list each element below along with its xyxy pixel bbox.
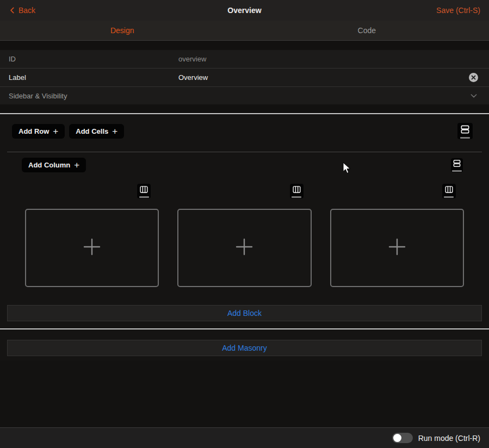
page-title: Overview <box>0 6 489 15</box>
rows-layout-icon <box>452 159 462 170</box>
row-container: Add Column + <box>7 152 482 321</box>
status-bar: Run mode (Ctrl-R) <box>0 427 489 448</box>
save-button[interactable]: Save (Ctrl-S) <box>436 6 480 15</box>
column-2 <box>177 184 311 287</box>
id-label: ID <box>9 55 178 63</box>
column-layout-button[interactable] <box>290 184 304 198</box>
tab-design[interactable]: Design <box>0 21 245 40</box>
app-window: Back Overview Save (Ctrl-S) Design Code … <box>0 0 489 448</box>
run-mode-label: Run mode (Ctrl-R) <box>418 434 480 443</box>
spacer <box>0 104 489 113</box>
form-row-id: ID overview <box>0 50 489 69</box>
column-layout-button[interactable] <box>137 184 151 198</box>
sidebar-visibility-label: Sidebar & Visibility <box>9 92 178 100</box>
plus-icon: + <box>74 160 79 170</box>
add-row-button[interactable]: Add Row + <box>12 124 65 139</box>
toggle-knob <box>393 434 401 442</box>
back-button[interactable]: Back <box>9 6 35 15</box>
column-layout-button[interactable] <box>442 184 456 198</box>
add-masonry-button[interactable]: Add Masonry <box>7 340 482 356</box>
form-row-sidebar-visibility[interactable]: Sidebar & Visibility <box>0 87 489 104</box>
tab-bar: Design Code <box>0 21 489 41</box>
empty-area <box>0 360 489 427</box>
columns-layout-icon <box>139 185 149 196</box>
row-header: Add Column + <box>7 158 482 172</box>
label-label: Label <box>9 73 178 82</box>
add-plus-icon <box>82 237 102 259</box>
label-field[interactable]: Overview <box>178 73 469 82</box>
columns-layout-icon <box>444 185 454 196</box>
back-label: Back <box>18 6 35 15</box>
tab-code[interactable]: Code <box>245 21 489 40</box>
selected-indicator <box>444 196 454 198</box>
properties-form: ID overview Label Overview Sidebar & Vis… <box>0 50 489 104</box>
add-cells-label: Add Cells <box>76 127 108 135</box>
add-row-label: Add Row <box>18 127 49 135</box>
columns-grid <box>25 184 464 287</box>
selected-indicator <box>460 137 470 139</box>
selected-indicator <box>139 196 149 198</box>
empty-cell-add-target[interactable] <box>330 209 464 287</box>
selected-indicator <box>292 196 301 198</box>
plus-icon: + <box>112 127 117 136</box>
top-bar: Back Overview Save (Ctrl-S) <box>0 0 489 21</box>
add-plus-icon <box>387 237 407 259</box>
plus-icon: + <box>53 127 58 136</box>
form-row-label: Label Overview <box>0 69 489 87</box>
layout-builder: Add Row + Add Cells + Add Column + <box>0 114 489 360</box>
empty-cell-add-target[interactable] <box>177 209 311 287</box>
clear-icon[interactable] <box>469 73 478 82</box>
column-3 <box>330 184 464 287</box>
spacer <box>0 41 489 50</box>
add-plus-icon <box>234 237 254 259</box>
row-layout-button[interactable] <box>451 158 463 172</box>
empty-cell-add-target[interactable] <box>25 209 159 287</box>
rows-layout-icon <box>459 124 471 136</box>
id-field[interactable]: overview <box>178 55 480 63</box>
add-column-button[interactable]: Add Column + <box>22 158 86 172</box>
chevron-left-icon <box>9 7 16 14</box>
run-mode-toggle[interactable] <box>392 433 413 443</box>
column-1 <box>25 184 159 287</box>
add-column-label: Add Column <box>28 161 70 169</box>
rows-layout-button[interactable] <box>457 123 473 139</box>
add-block-button[interactable]: Add Block <box>7 305 482 321</box>
selected-indicator <box>452 170 462 172</box>
section-divider <box>0 328 489 329</box>
chevron-down-icon <box>469 91 478 100</box>
add-cells-button[interactable]: Add Cells + <box>69 124 124 139</box>
columns-layout-icon <box>292 185 302 196</box>
builder-toolbar: Add Row + Add Cells + <box>0 114 489 139</box>
